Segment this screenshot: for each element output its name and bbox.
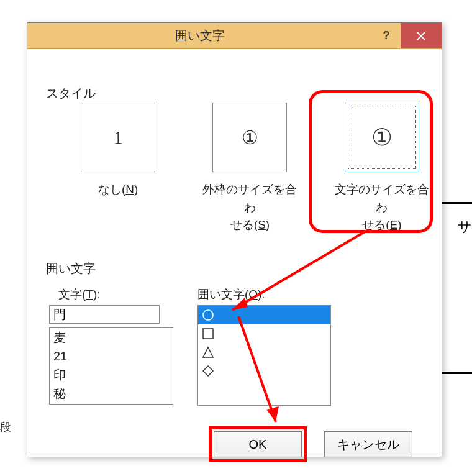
titlebar: 囲い文字 ? [27,23,442,49]
background-text-left: 段 [0,419,11,434]
circle-icon [202,309,214,321]
style-option-label: 文字のサイズを合わ せる(E) [335,181,429,234]
close-button[interactable] [401,23,442,48]
section-label-enclose: 囲い文字 [46,260,96,277]
svg-rect-1 [203,329,213,339]
style-option-label: 外枠のサイズを合わ せる(S) [202,181,297,234]
style-option-enlarge-char[interactable]: ① 文字のサイズを合わ せる(E) [335,103,429,234]
list-item[interactable]: 秘 [50,384,173,403]
char-history-list[interactable]: 麦 21 印 秘 [49,327,173,405]
diamond-icon [202,365,214,377]
thumb-shrink: ① [212,103,287,172]
style-option-shrink-frame[interactable]: ① 外枠のサイズを合わ せる(S) [202,103,297,234]
shape-list-label: 囲い文字(O): [197,286,265,303]
close-icon [416,31,426,41]
svg-point-0 [203,310,213,320]
section-label-style: スタイル [46,85,96,102]
shape-item-diamond[interactable] [198,362,330,380]
list-item[interactable]: 麦 [50,328,173,347]
cancel-button[interactable]: キャンセル [324,431,412,457]
shape-item-square[interactable] [198,324,330,343]
list-item[interactable]: 21 [50,347,173,365]
style-option-label: なし(N) [98,181,138,199]
thumb-enlarge: ① [345,103,419,172]
style-option-none[interactable]: 1 なし(N) [71,103,165,234]
char-input[interactable] [49,305,160,324]
shape-item-triangle[interactable] [198,343,330,362]
help-button[interactable]: ? [372,23,401,48]
ok-button[interactable]: OK [214,431,302,457]
triangle-icon [202,346,214,359]
enclose-char-dialog: 囲い文字 ? スタイル 1 なし(N) ① 外枠のサイズを合わ [27,22,442,457]
svg-marker-5 [266,406,279,422]
enclosure-shape-list[interactable] [197,305,331,406]
thumb-none: 1 [81,103,155,172]
shape-item-circle[interactable] [198,306,330,324]
char-field-label: 文字(T): [58,286,101,303]
background-text-right: サ [458,217,472,236]
list-item[interactable]: 印 [50,365,173,384]
dialog-title: 囲い文字 [27,23,372,48]
square-icon [202,327,214,340]
